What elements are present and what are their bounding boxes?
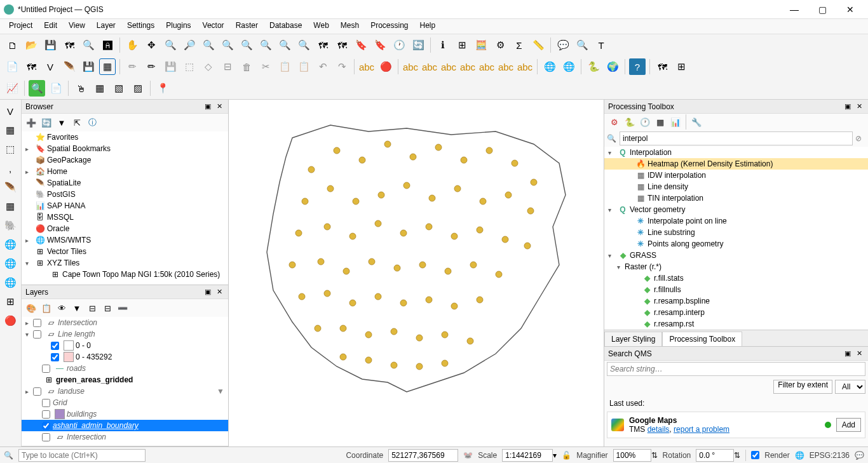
- layer-item[interactable]: ashanti_admin_boundary: [22, 420, 228, 431]
- results-viewer-icon[interactable]: 📊: [669, 116, 682, 128]
- toolbox-item[interactable]: ▾◆GRASS: [604, 250, 868, 261]
- layer-item[interactable]: 0 - 0: [22, 340, 228, 351]
- label-tool-icon[interactable]: abc: [358, 58, 375, 75]
- new-project-icon[interactable]: 🗋: [4, 37, 20, 53]
- add-wms-icon[interactable]: 🌐: [1, 236, 19, 253]
- refresh-browser-icon[interactable]: 🔄: [39, 116, 53, 130]
- layer-item[interactable]: ▸▱Intersection: [22, 317, 228, 328]
- browser-item[interactable]: 🪶SpatiaLite: [22, 177, 228, 189]
- browser-item[interactable]: ⊞Cape Town Topo Map NGI 1:50k (2010 Seri…: [22, 269, 228, 280]
- zoom-native-icon[interactable]: 🔍: [200, 37, 217, 53]
- quick-osm-icon[interactable]: 🔍: [29, 80, 45, 97]
- browser-item[interactable]: 📦GeoPackage: [22, 154, 228, 166]
- browser-item[interactable]: 📊SAP HANA: [22, 200, 228, 211]
- zoom-last-icon[interactable]: 🔍: [276, 37, 293, 53]
- layer-visibility-checkbox[interactable]: [42, 365, 50, 373]
- label-rotate-icon[interactable]: abc: [478, 58, 495, 75]
- expand-all-icon[interactable]: ⊟: [85, 301, 99, 315]
- copy-icon[interactable]: 📋: [276, 58, 293, 75]
- style-manager-icon[interactable]: 🅰: [99, 37, 116, 53]
- help-icon[interactable]: ?: [629, 58, 646, 75]
- toolbox-tree[interactable]: ▾QInterpolation🔥Heatmap (Kernel Density …: [604, 147, 868, 330]
- close-panel-button[interactable]: ✕: [214, 102, 224, 112]
- toolbox-item[interactable]: ✳Interpolate point on line: [604, 215, 868, 227]
- menu-raster[interactable]: Raster: [231, 19, 263, 34]
- coordinate-input[interactable]: [388, 449, 458, 462]
- python-console-icon[interactable]: 🐍: [585, 58, 602, 75]
- rotation-stepper[interactable]: ⇅: [734, 451, 740, 460]
- refresh-icon[interactable]: 🔄: [410, 37, 426, 53]
- layer-visibility-checkbox[interactable]: [51, 353, 59, 361]
- toolbox-item[interactable]: ▦Line density: [604, 181, 868, 192]
- qms-search-input[interactable]: [607, 362, 865, 376]
- toolbox-item[interactable]: 🔥Heatmap (Kernel Density Estimation): [604, 158, 868, 170]
- identify-icon[interactable]: ℹ: [435, 37, 451, 53]
- add-wcs-icon[interactable]: 🌐: [1, 255, 19, 272]
- add-feature-icon[interactable]: ⬚: [181, 58, 198, 75]
- layer-visibility-checkbox[interactable]: [42, 433, 50, 441]
- layer-item[interactable]: —roads: [22, 363, 228, 374]
- menu-project[interactable]: Project: [4, 19, 37, 34]
- add-delimited-text-icon[interactable]: ,: [1, 159, 19, 177]
- new-print-layout-icon[interactable]: 🗺: [61, 37, 78, 53]
- statistics-icon[interactable]: Σ: [511, 37, 527, 53]
- toolbox-item[interactable]: ◆r.resamp.bspline: [604, 295, 868, 307]
- remove-layer-icon[interactable]: ➖: [116, 301, 130, 315]
- toolbox-item[interactable]: ▾Raster (r.*): [604, 261, 868, 272]
- new-3d-view-icon[interactable]: 🗺: [334, 37, 350, 53]
- toolbox-item[interactable]: ▾QInterpolation: [604, 147, 868, 158]
- label-props-icon[interactable]: abc: [517, 58, 533, 75]
- select-all-icon[interactable]: ▨: [130, 80, 146, 97]
- menu-web[interactable]: Web: [308, 19, 334, 34]
- filter-by-extent-button[interactable]: Filter by extent: [773, 380, 832, 394]
- temporal-icon[interactable]: 🕐: [391, 37, 407, 53]
- menu-edit[interactable]: Edit: [39, 19, 62, 34]
- attribute-table-icon[interactable]: ⊞: [454, 37, 470, 53]
- model-designer-icon[interactable]: ⚙: [608, 116, 621, 128]
- layers-tree[interactable]: ▸▱Intersection▾▱Line length0 - 00 - 4352…: [22, 317, 228, 446]
- filter-all-select[interactable]: All: [835, 380, 865, 394]
- layout-manager-icon[interactable]: 🔍: [80, 37, 97, 53]
- save-project-icon[interactable]: 💾: [42, 37, 58, 53]
- zoom-next-icon[interactable]: 🔍: [295, 37, 312, 53]
- label-move-icon[interactable]: abc: [459, 58, 476, 75]
- save-edits-icon[interactable]: 💾: [162, 58, 179, 75]
- add-mesh-layer-icon[interactable]: ⬚: [1, 140, 19, 158]
- rotation-input[interactable]: [696, 449, 734, 462]
- float-panel-button[interactable]: ▣: [843, 349, 853, 359]
- menu-layer[interactable]: Layer: [92, 19, 121, 34]
- delete-selected-icon[interactable]: 🗑: [238, 58, 255, 75]
- browser-item[interactable]: 🐘PostGIS: [22, 189, 228, 200]
- manage-visibility-icon[interactable]: 👁: [55, 301, 69, 315]
- label-show-icon[interactable]: abc: [440, 58, 457, 75]
- select-by-value-icon[interactable]: ▦: [92, 80, 108, 97]
- label-change-icon[interactable]: abc: [498, 58, 514, 75]
- edit-pencil-icon[interactable]: ✏: [124, 58, 140, 75]
- add-xyz-icon[interactable]: ⊞: [1, 293, 19, 311]
- zoom-out-icon[interactable]: 🔎: [181, 37, 198, 53]
- add-spatialite-icon[interactable]: 🪶: [1, 178, 19, 196]
- browser-item[interactable]: ▾⊞XYZ Tiles: [22, 257, 228, 269]
- python-icon[interactable]: 🐍: [623, 116, 636, 128]
- annotation-icon[interactable]: 🔍: [574, 37, 590, 53]
- cut-icon[interactable]: ✂: [257, 58, 274, 75]
- toolbox-item[interactable]: ◆r.fillnulls: [604, 284, 868, 295]
- add-raster-layer-icon[interactable]: ▦: [1, 121, 19, 139]
- options-icon[interactable]: 🔧: [690, 116, 703, 128]
- add-group-icon[interactable]: 📋: [39, 301, 53, 315]
- new-virtual-icon[interactable]: ▦: [99, 58, 116, 75]
- menu-processing[interactable]: Processing: [365, 19, 413, 34]
- float-panel-button[interactable]: ▣: [843, 102, 853, 112]
- add-vector-icon[interactable]: 📄: [4, 58, 20, 75]
- add-wfs-icon[interactable]: 🌐: [1, 274, 19, 292]
- layer-item[interactable]: 0 - 435292: [22, 351, 228, 363]
- layer-visibility-checkbox[interactable]: [33, 330, 41, 339]
- close-panel-button[interactable]: ✕: [854, 102, 864, 112]
- messages-icon[interactable]: 💬: [855, 451, 864, 460]
- scale-dropdown-icon[interactable]: ▾: [553, 451, 557, 460]
- tab-processing-toolbox[interactable]: Processing Toolbox: [662, 332, 742, 346]
- layer-style-icon[interactable]: 🎨: [24, 301, 38, 315]
- layer-visibility-checkbox[interactable]: [42, 410, 50, 419]
- show-bookmarks-icon[interactable]: 🔖: [372, 37, 388, 53]
- modify-attrs-icon[interactable]: ⊟: [219, 58, 236, 75]
